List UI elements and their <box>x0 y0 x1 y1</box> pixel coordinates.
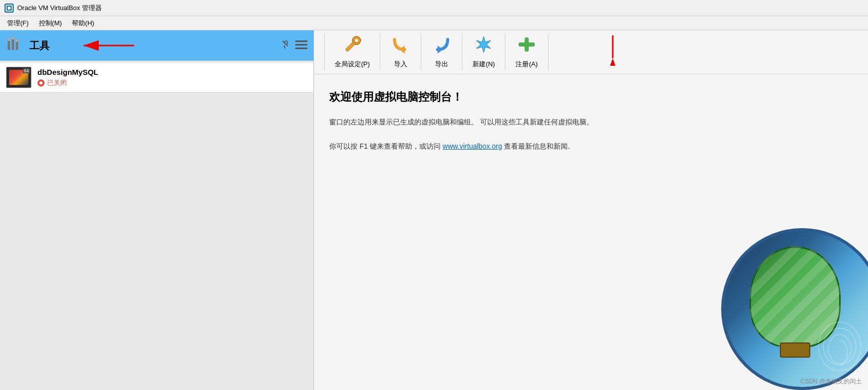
welcome-paragraph1: 窗口的左边用来显示已生成的虚拟电脑和编组。 可以用这些工具新建任何虚拟电脑。 <box>329 115 694 129</box>
vm-name: dbDesignMySQL <box>37 68 98 76</box>
tools-actions <box>280 39 307 52</box>
svg-rect-18 <box>302 40 307 42</box>
main-layout: 工具 <box>0 30 868 390</box>
svg-rect-17 <box>295 48 307 49</box>
menu-control[interactable]: 控制(M) <box>34 18 67 29</box>
svg-marker-26 <box>477 36 491 53</box>
vm-status-text: 已关闭 <box>47 78 67 88</box>
toolbar-btn-export[interactable]: 导出 <box>421 33 462 71</box>
svg-point-14 <box>285 41 288 44</box>
right-panel: 全局设定(P) 导入 <box>314 30 868 390</box>
svg-line-13 <box>284 46 285 49</box>
toolbar-btn-import[interactable]: 导入 <box>380 33 421 71</box>
tools-icon <box>6 35 24 57</box>
vm-list: 64 dbDesignMySQL 已关闭 <box>0 61 313 390</box>
red-arrow-new <box>598 30 628 66</box>
svg-rect-7 <box>8 38 10 41</box>
toolbar-btn-import-label: 导入 <box>394 60 407 69</box>
welcome-paragraph2: 你可以按 F1 键来查看帮助，或访问 www.virtualbox.org 查看… <box>329 139 694 153</box>
vm-item[interactable]: 64 dbDesignMySQL 已关闭 <box>0 63 313 93</box>
title-bar: Oracle VM VirtualBox 管理器 <box>0 0 868 16</box>
toolbar-btn-register[interactable]: 注册(A) <box>505 33 548 71</box>
new-icon <box>474 35 494 58</box>
svg-rect-9 <box>16 39 18 42</box>
vbox-icon <box>4 3 14 13</box>
vm-status-dot <box>37 79 45 86</box>
tools-header: 工具 <box>0 30 313 61</box>
menu-bar: 管理(F) 控制(M) 帮助(H) <box>0 16 868 30</box>
tools-label: 工具 <box>29 39 50 53</box>
svg-rect-28 <box>519 42 535 47</box>
toolbar: 全局设定(P) 导入 <box>314 30 868 74</box>
list-icon[interactable] <box>295 39 307 52</box>
welcome-p2-pre: 你可以按 F1 键来查看帮助，或访问 <box>329 142 443 150</box>
fingerprint-deco <box>809 316 868 377</box>
svg-rect-21 <box>345 40 356 52</box>
welcome-title: 欢迎使用虚拟电脑控制台！ <box>329 90 853 105</box>
toolbar-btn-global-settings-label: 全局设定(P) <box>335 60 370 69</box>
export-icon <box>431 35 452 58</box>
vm-badge: 64 <box>23 68 30 73</box>
watermark: CSDN @拿钢叉的闰土 <box>800 377 862 386</box>
left-panel: 工具 <box>0 30 314 390</box>
register-icon <box>517 35 537 58</box>
toolbar-btn-export-label: 导出 <box>435 60 448 69</box>
toolbar-btn-new-label: 新建(N) <box>472 60 495 69</box>
svg-marker-25 <box>438 46 443 54</box>
red-arrow-tools <box>78 35 139 56</box>
import-icon <box>390 35 411 58</box>
svg-point-23 <box>355 39 358 42</box>
toolbar-btn-global-settings[interactable]: 全局设定(P) <box>324 33 380 71</box>
menu-help[interactable]: 帮助(H) <box>67 18 99 29</box>
global-settings-icon <box>342 35 363 58</box>
toolbar-btn-register-label: 注册(A) <box>516 60 537 69</box>
vm-thumbnail: 64 <box>6 67 31 88</box>
title-bar-text: Oracle VM VirtualBox 管理器 <box>17 4 102 13</box>
svg-marker-24 <box>400 46 405 54</box>
welcome-p2-post: 查看最新信息和新闻. <box>502 142 570 150</box>
vm-info: dbDesignMySQL 已关闭 <box>37 68 98 88</box>
vm-status: 已关闭 <box>37 78 98 88</box>
svg-rect-8 <box>12 36 14 39</box>
svg-rect-3 <box>8 7 11 10</box>
svg-rect-16 <box>295 44 307 46</box>
balloon-basket <box>780 342 810 358</box>
virtualbox-link[interactable]: www.virtualbox.org <box>443 142 502 150</box>
toolbar-btn-new[interactable]: 新建(N) <box>462 33 505 71</box>
menu-manage[interactable]: 管理(F) <box>2 18 34 29</box>
pin-icon[interactable] <box>280 39 290 52</box>
